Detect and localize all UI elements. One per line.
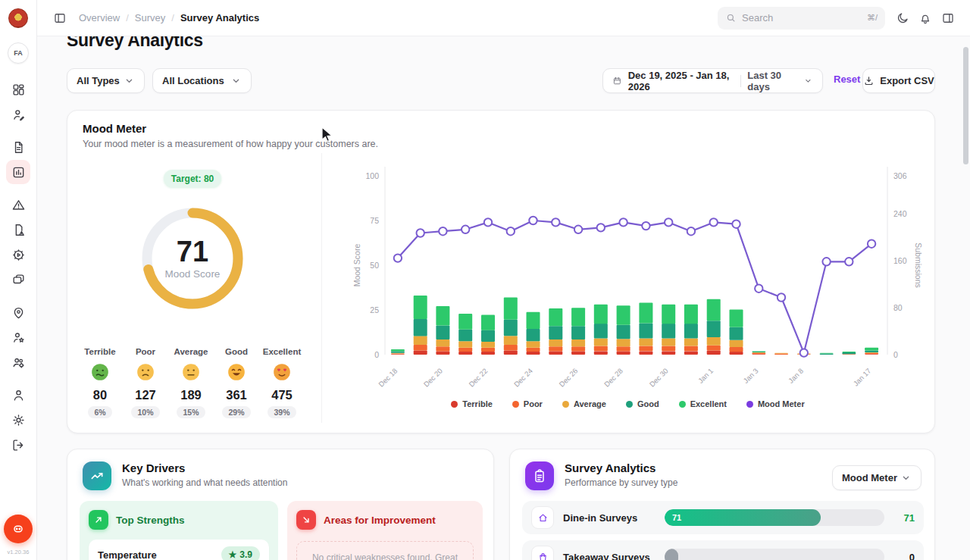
stat-count: 80 [93,388,107,402]
topbar: Overview / Survey / Survey Analytics Sea… [37,0,970,36]
chevron-down-icon [230,75,242,86]
strength-item[interactable]: Temperature ★3.9 [89,540,269,560]
settings-icon [11,413,26,427]
breadcrumb-current: Survey Analytics [180,12,259,23]
sidebar: FA v1.20.36 [0,0,37,560]
right-panel-icon[interactable] [937,7,959,30]
export-csv-button[interactable]: Export CSV [862,68,935,93]
main-content: Survey Analytics All Types All Locations… [37,36,970,560]
progress-track [665,549,884,560]
arrow-up-right-icon [89,510,108,530]
legend-dot-icon [562,401,569,408]
app-logo[interactable] [8,8,28,28]
sidebar-item-messages[interactable] [6,267,30,292]
svg-text:Dec 30: Dec 30 [648,367,670,389]
stat-label: Average [174,347,208,356]
date-range-picker[interactable]: Dec 19, 2025 - Jan 18, 2026 Last 30 days [602,68,823,93]
poor-emoji-icon [136,362,155,382]
file-alert-icon [11,223,26,237]
sidebar-item-locations[interactable] [6,300,30,324]
user-avatar[interactable]: FA [8,42,29,64]
calendar-icon [612,75,622,86]
trend-up-icon [83,461,111,490]
legend-dot-icon [512,401,519,408]
bag-icon [531,546,554,560]
svg-text:Jan 3: Jan 3 [741,367,759,385]
mood-combo-chart: 0255075100080160240306Mood ScoreSubmissi… [322,153,934,394]
sidebar-item-reviews[interactable] [6,325,30,349]
strength-name: Temperature [98,549,157,560]
svg-text:Mood Score: Mood Score [352,244,361,287]
notifications-bell-icon[interactable] [914,7,937,30]
survey-analytics-subtitle: Performance by survey type [565,477,677,488]
legend-terrible: Terrible [451,399,493,408]
terrible-emoji-icon [90,362,110,382]
sidebar-item-automations[interactable] [6,242,30,267]
chart-legend: TerriblePoorAverageGoodExcellentMood Met… [322,399,934,408]
sidebar-item-alerts[interactable] [6,192,30,217]
download-icon [863,75,875,86]
areas-improvement-panel: Areas for Improvement No critical weakne… [287,501,483,560]
svg-text:Jan 1: Jan 1 [696,367,715,385]
sidebar-item-settings[interactable] [6,408,30,432]
user-icon [11,388,26,402]
top-strengths-title: Top Strengths [116,515,185,526]
mood-score-label: Mood Score [165,268,221,280]
survey-type-rows: Dine-in Surveys7171Takeaway Surveys0 [522,501,924,560]
svg-text:0: 0 [374,350,379,359]
reset-button[interactable]: Reset [834,74,860,85]
search-shortcut: ⌘/ [867,13,878,23]
sidebar-item-dashboard[interactable] [6,77,30,102]
chat-icon [11,273,26,287]
survey-analytics-title: Survey Analytics [565,461,677,474]
stat-percent: 29% [222,406,250,418]
progress-fill: 71 [665,509,821,526]
target-badge: Target: 80 [164,170,221,187]
search-input[interactable]: Search ⌘/ [718,7,885,30]
survey-row-dine-in-surveys[interactable]: Dine-in Surveys7171 [522,501,924,534]
page-scrollbar-thumb[interactable] [963,47,968,164]
sidebar-item-account[interactable] [6,383,30,407]
chat-assistant-button[interactable] [4,515,33,543]
sidebar-item-documents[interactable] [6,135,30,159]
sidebar-item-survey-analytics[interactable] [6,160,30,184]
mood-stat-average: Average18915% [168,347,214,418]
svg-text:Dec 20: Dec 20 [422,367,444,389]
mood-meter-subtitle: Your mood meter is a measurement of how … [83,139,378,149]
breadcrumb-survey[interactable]: Survey [135,12,165,23]
type-filter-select[interactable]: All Types [67,68,145,93]
sidebar-item-logout[interactable] [6,433,30,457]
survey-row-takeaway-surveys[interactable]: Takeaway Surveys0 [522,540,924,560]
legend-dot-icon [451,401,458,408]
stat-label: Excellent [263,347,302,356]
legend-dot-icon [626,401,633,408]
svg-text:Dec 24: Dec 24 [512,367,534,389]
areas-improvement-title: Areas for Improvement [324,515,436,526]
stat-percent: 10% [131,406,159,418]
alert-icon [11,198,26,212]
excellent-emoji-icon [272,362,292,382]
progress-track: 71 [665,509,884,526]
sidebar-item-team[interactable] [6,350,30,374]
metric-select[interactable]: Mood Meter [832,465,922,490]
mood-score-value: 71 [177,237,208,266]
breadcrumb-overview[interactable]: Overview [79,12,120,23]
search-placeholder: Search [742,12,862,23]
top-strengths-panel: Top Strengths Temperature ★3.9 [80,501,278,560]
file-icon [11,140,26,155]
svg-text:75: 75 [370,216,379,225]
stat-label: Poor [136,347,155,356]
mood-stat-excellent: Excellent47539% [259,347,305,418]
dark-mode-icon[interactable] [891,7,914,30]
progress-fill [665,549,678,560]
mood-stats-row: Terrible806%Poor12710%Average18915%Good3… [77,347,305,418]
svg-text:Dec 22: Dec 22 [467,367,489,389]
sidebar-toggle-icon[interactable] [48,7,71,30]
logout-icon [11,438,26,452]
sidebar-item-profile[interactable] [6,102,30,127]
good-emoji-icon [227,362,246,382]
mood-stat-terrible: Terrible806% [77,347,123,418]
sidebar-item-issue-reports[interactable] [6,217,30,242]
svg-text:Dec 26: Dec 26 [557,367,579,389]
location-filter-select[interactable]: All Locations [152,68,252,93]
